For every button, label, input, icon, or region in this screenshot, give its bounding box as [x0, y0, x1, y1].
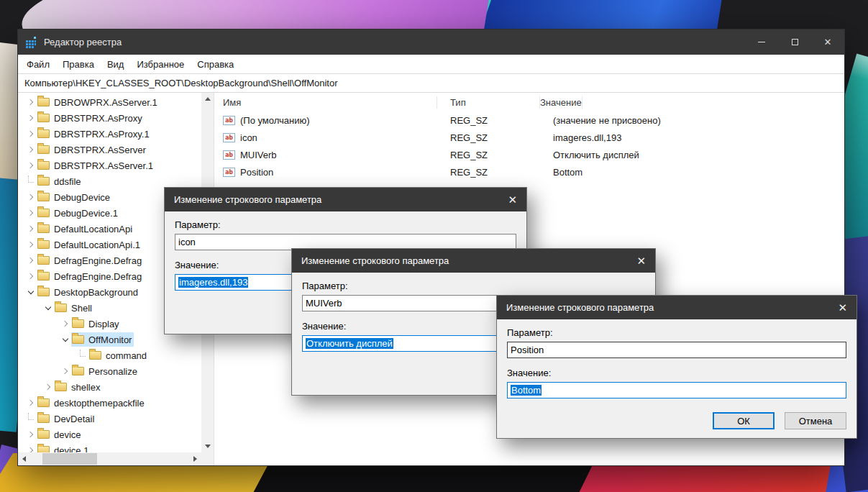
folder-icon [72, 335, 84, 344]
address-path: Компьютер\HKEY_CLASSES_ROOT\DesktopBackg… [24, 78, 338, 88]
close-button[interactable]: ✕ [811, 29, 844, 55]
folder-icon [37, 272, 50, 281]
tree-chevron-icon[interactable] [60, 363, 71, 379]
tree-chevron-icon[interactable] [25, 189, 37, 205]
menu-bar: ФайлПравкаВидИзбранноеСправка [18, 55, 844, 73]
window-title: Редактор реестра [44, 37, 122, 47]
menu-item-help[interactable]: Справка [191, 59, 240, 70]
scrollbar-corner [201, 452, 214, 465]
tree-chevron-icon[interactable] [25, 173, 37, 189]
minimize-button[interactable] [745, 29, 778, 55]
maximize-icon [792, 39, 798, 45]
tree-item-personalize[interactable]: Personalize [18, 363, 201, 379]
folder-icon [37, 209, 50, 217]
cancel-button[interactable]: Отмена [785, 412, 846, 429]
column-header-type[interactable]: Тип [437, 96, 540, 109]
tree-chevron-icon[interactable] [60, 316, 71, 332]
table-row[interactable]: abicon REG_SZ imageres.dll,193 [214, 129, 844, 146]
tree-chevron-icon[interactable] [25, 268, 37, 284]
dialog-title-bar[interactable]: Изменение строкового параметра ✕ [165, 188, 526, 211]
title-bar[interactable]: Редактор реестра ✕ [18, 29, 844, 55]
ok-button[interactable]: ОК [713, 412, 775, 429]
tree-item-dbrstprx.asproxy.1[interactable]: DBRSTPRX.AsProxy.1 [18, 126, 201, 142]
value-input[interactable]: Bottom [507, 382, 846, 398]
tree-chevron-icon[interactable] [25, 142, 37, 158]
tree-item-dbrowprx.asserver.1[interactable]: DBROWPRX.AsServer.1 [18, 94, 201, 110]
folder-icon [37, 414, 50, 423]
tree-chevron-icon[interactable] [25, 126, 37, 142]
menu-item-view[interactable]: Вид [101, 59, 131, 70]
folder-icon [37, 446, 50, 452]
table-row[interactable]: ab(По умолчанию) REG_SZ (значение не при… [214, 111, 844, 129]
tree-chevron-icon[interactable] [25, 110, 37, 126]
tree-chevron-icon[interactable] [25, 94, 37, 110]
tree-chevron-icon[interactable] [25, 237, 37, 252]
folder-icon [55, 304, 67, 312]
tree-chevron-icon[interactable] [25, 411, 37, 427]
folder-icon [55, 383, 67, 391]
menu-item-file[interactable]: Файл [20, 59, 56, 70]
menu-item-favorites[interactable]: Избранное [130, 59, 191, 70]
tree-item-dbrstprx.asserver.1[interactable]: DBRSTPRX.AsServer.1 [18, 158, 201, 173]
column-header-name[interactable]: Имя [214, 96, 437, 109]
edit-string-dialog-position: Изменение строкового параметра ✕ Парамет… [496, 295, 857, 439]
param-label: Параметр: [507, 327, 846, 338]
table-row[interactable]: abMUIVerb REG_SZ Отключить дисплей [214, 146, 844, 163]
folder-icon [72, 319, 84, 328]
tree-chevron-icon[interactable] [42, 300, 54, 316]
table-row[interactable]: abPosition REG_SZ Bottom [214, 163, 844, 181]
value-label: Значение: [507, 368, 846, 378]
tree-item-device[interactable]: device [18, 427, 201, 442]
string-value-icon: ab [223, 168, 235, 177]
scroll-up-icon[interactable] [201, 93, 214, 105]
folder-icon [37, 161, 50, 170]
param-label: Параметр: [175, 219, 516, 230]
tree-item-devdetail[interactable]: DevDetail [18, 411, 201, 427]
close-icon[interactable]: ✕ [838, 302, 847, 313]
maximize-button[interactable] [778, 29, 811, 55]
tree-chevron-icon[interactable] [25, 395, 37, 411]
dialog-title: Изменение строкового параметра [301, 255, 449, 266]
tree-item-dbrstprx.asproxy[interactable]: DBRSTPRX.AsProxy [18, 110, 201, 126]
tree-chevron-icon[interactable] [25, 158, 37, 173]
tree-chevron-icon[interactable] [25, 427, 37, 442]
folder-icon [37, 114, 50, 122]
tree-chevron-icon[interactable] [77, 347, 88, 363]
tree-chevron-icon[interactable] [25, 205, 37, 221]
folder-icon [37, 193, 50, 201]
tree-chevron-icon[interactable] [25, 284, 37, 300]
dialog-title: Изменение строкового параметра [174, 194, 321, 205]
tree-item-command[interactable]: command [18, 347, 201, 363]
tree-horizontal-scrollbar[interactable] [18, 452, 201, 465]
close-icon[interactable]: ✕ [636, 255, 646, 266]
folder-icon [37, 129, 50, 138]
tree-chevron-icon[interactable] [25, 221, 37, 237]
tree-chevron-icon[interactable] [60, 332, 71, 347]
tree-chevron-icon[interactable] [25, 442, 37, 452]
param-input[interactable]: Position [507, 342, 846, 358]
scroll-down-icon[interactable] [201, 440, 214, 452]
minimize-icon [758, 42, 765, 42]
scroll-right-icon[interactable] [189, 452, 201, 465]
folder-icon [89, 351, 101, 360]
close-icon: ✕ [824, 37, 832, 47]
tree-chevron-icon[interactable] [42, 379, 54, 395]
menu-item-edit[interactable]: Правка [56, 59, 101, 70]
folder-icon [37, 398, 50, 407]
tree-item-desktopthemepackfile[interactable]: desktopthemepackfile [18, 395, 201, 411]
horizontal-scroll-thumb[interactable] [42, 453, 97, 465]
close-icon[interactable]: ✕ [508, 194, 517, 205]
tree-item-shellex[interactable]: shellex [18, 379, 201, 395]
tree-item-dbrstprx.asserver[interactable]: DBRSTPRX.AsServer [18, 142, 201, 158]
folder-icon [37, 256, 50, 265]
dialog-title-bar[interactable]: Изменение строкового параметра ✕ [497, 296, 856, 319]
column-header-value[interactable]: Значение [540, 96, 583, 109]
scroll-left-icon[interactable] [18, 452, 30, 465]
address-bar[interactable]: Компьютер\HKEY_CLASSES_ROOT\DesktopBackg… [18, 73, 844, 93]
string-value-icon: ab [223, 133, 235, 142]
desktop: Редактор реестра ✕ ФайлПравкаВидИзбранно… [0, 0, 868, 492]
tree-item-device.1[interactable]: device.1 [18, 442, 201, 452]
folder-icon [37, 145, 50, 154]
dialog-title-bar[interactable]: Изменение строкового параметра ✕ [292, 249, 655, 273]
tree-chevron-icon[interactable] [25, 252, 37, 268]
